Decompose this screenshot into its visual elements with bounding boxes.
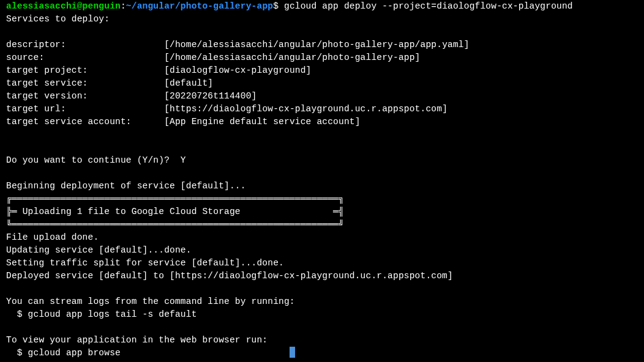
command-text: gcloud app deploy --project=diaologflow-…: [279, 1, 573, 11]
prompt-path: ~/angular/photo-gallery-app: [126, 1, 273, 11]
descriptor-label: descriptor:: [6, 40, 164, 50]
progress-box-top: ╔═══════════════════════════════════════…: [6, 194, 344, 204]
terminal-output[interactable]: alessiasacchi@penguin:~/angular/photo-ga…: [6, 0, 638, 360]
target-project-value: [diaologflow-cx-playground]: [164, 65, 311, 75]
descriptor-value: [/home/alessiasacchi/angular/photo-galle…: [164, 40, 469, 50]
deployed-service: Deployed service [default] to [https://d…: [6, 271, 453, 281]
target-version-label: target version:: [6, 91, 164, 101]
stream-logs-hint: You can stream logs from the command lin…: [6, 297, 295, 306]
target-url-label: target url:: [6, 104, 164, 114]
source-value: [/home/alessiasacchi/angular/photo-galle…: [164, 53, 420, 62]
target-service-value: [default]: [164, 78, 213, 88]
confirm-prompt: Do you want to continue (Y/n)? Y: [6, 155, 186, 165]
source-label: source:: [6, 53, 164, 62]
view-app-cmd: $ gcloud app browse: [6, 348, 121, 358]
services-header: Services to deploy:: [6, 14, 110, 24]
cursor: [290, 347, 295, 358]
begin-deploy: Beginning deployment of service [default…: [6, 181, 246, 191]
target-url-value: [https://diaologflow-cx-playground.uc.r.…: [164, 104, 447, 114]
prompt-user: alessiasacchi@penguin: [6, 1, 121, 11]
target-project-label: target project:: [6, 65, 164, 75]
stream-logs-cmd: $ gcloud app logs tail -s default: [6, 309, 197, 319]
progress-box-bottom: ╚═══════════════════════════════════════…: [6, 220, 344, 229]
target-sa-label: target service account:: [6, 117, 164, 127]
updating-service: Updating service [default]...done.: [6, 245, 192, 255]
target-sa-value: [App Engine default service account]: [164, 117, 360, 127]
traffic-split: Setting traffic split for service [defau…: [6, 258, 284, 268]
file-upload-done: File upload done.: [6, 232, 99, 242]
prompt-separator: :: [121, 1, 126, 11]
prompt-symbol: $: [273, 1, 279, 11]
target-version-value: [20220726t114400]: [164, 91, 256, 101]
view-app-hint: To view your application in the web brow…: [6, 335, 268, 345]
progress-box-mid: ╠═ Uploading 1 file to Google Cloud Stor…: [6, 207, 344, 216]
target-service-label: target service:: [6, 78, 164, 88]
